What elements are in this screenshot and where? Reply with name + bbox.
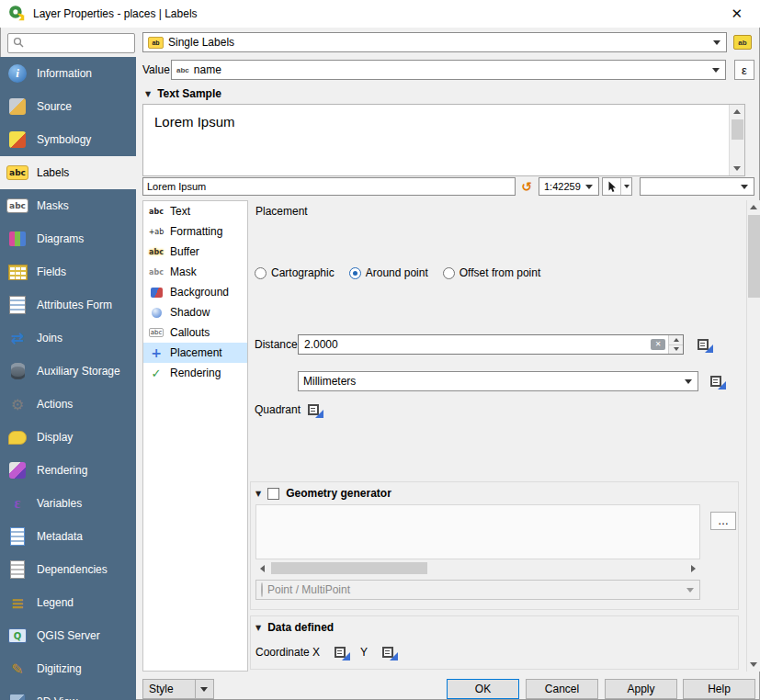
scroll-left-icon[interactable]	[255, 561, 269, 575]
scroll-down-icon[interactable]	[730, 162, 744, 175]
tab-background[interactable]: Background	[143, 282, 247, 302]
collapse-triangle-icon[interactable]: ▼	[255, 624, 261, 632]
coordinate-x-data-defined-button[interactable]	[328, 641, 352, 663]
geometry-generator-title: Geometry generator	[286, 487, 391, 500]
tab-label: Text	[170, 205, 190, 218]
sidebar-item-masks[interactable]: Masks	[0, 189, 136, 222]
sidebar-item-display[interactable]: Display	[0, 421, 136, 454]
placement-icon	[146, 344, 166, 361]
scroll-up-icon[interactable]	[730, 105, 744, 119]
tab-label: Background	[170, 286, 229, 299]
sidebar-item-diagrams[interactable]: Diagrams	[0, 222, 136, 255]
sample-scrollbar[interactable]	[729, 105, 744, 175]
sidebar-item-symbology[interactable]: Symbology	[0, 123, 136, 156]
panel-scrollbar[interactable]	[746, 200, 760, 672]
sidebar-item-label: Actions	[37, 398, 73, 411]
radio-cartographic[interactable]: Cartographic	[255, 266, 335, 279]
sidebar-item-attributes-form[interactable]: Attributes Form	[0, 288, 136, 322]
sidebar-item-label: Fields	[37, 265, 66, 278]
coordinate-y-data-defined-button[interactable]	[376, 641, 400, 663]
scroll-thumb[interactable]	[271, 562, 427, 574]
sidebar-item-label: QGIS Server	[37, 629, 100, 642]
ok-button[interactable]: OK	[447, 679, 519, 699]
help-button[interactable]: Help	[683, 679, 755, 699]
tab-text[interactable]: Text	[143, 201, 247, 221]
text-sample-header[interactable]: ▼ Text Sample	[145, 86, 221, 101]
scroll-track[interactable]	[747, 214, 760, 658]
sidebar-item-qgis-server[interactable]: QGIS Server	[0, 619, 136, 652]
cancel-button[interactable]: Cancel	[526, 679, 598, 699]
placement-mode-radios: CartographicAround pointOffset from poin…	[255, 265, 540, 281]
tab-formatting[interactable]: Formatting	[143, 221, 247, 242]
scroll-up-icon[interactable]	[747, 200, 760, 214]
scroll-track[interactable]	[269, 561, 686, 575]
automated-placement-button[interactable]	[730, 31, 755, 53]
quadrant-data-defined-button[interactable]	[301, 399, 325, 421]
sample-text-input[interactable]	[142, 177, 516, 196]
scroll-right-icon[interactable]	[686, 561, 700, 575]
sidebar-item-variables[interactable]: Variables	[0, 487, 136, 520]
sidebar-item-fields[interactable]: Fields	[0, 255, 136, 288]
sidebar-search[interactable]	[7, 33, 135, 53]
distance-input[interactable]: 2.0000 ✕	[298, 334, 684, 355]
shadow-icon	[146, 304, 166, 321]
chevron-down-icon	[713, 40, 720, 45]
geometry-generator-checkbox[interactable]	[267, 488, 279, 500]
tab-buffer[interactable]: Buffer	[143, 242, 247, 262]
chevron-down-icon[interactable]	[620, 178, 631, 195]
radio-around-point[interactable]: Around point	[349, 266, 428, 279]
apply-button[interactable]: Apply	[605, 679, 677, 699]
sidebar-item-joins[interactable]: Joins	[0, 322, 136, 355]
sidebar-item-auxiliary-storage[interactable]: Auxiliary Storage	[0, 355, 136, 388]
sidebar-item-information[interactable]: Information	[0, 57, 136, 90]
sidebar-item-3d-view[interactable]: 3D View	[0, 685, 136, 700]
buffer-icon	[146, 243, 166, 260]
distance-data-defined-button[interactable]	[691, 333, 715, 356]
mask-tab-icon	[146, 264, 166, 280]
radio-label: Around point	[366, 266, 428, 279]
sidebar-item-dependencies[interactable]: Dependencies	[0, 553, 136, 586]
sidebar-item-digitizing[interactable]: Digitizing	[0, 652, 136, 685]
radio-offset-from-point[interactable]: Offset from point	[443, 266, 540, 279]
sidebar-item-legend[interactable]: Legend	[0, 586, 136, 619]
scroll-thumb[interactable]	[732, 119, 743, 140]
spin-down-button[interactable]	[669, 344, 683, 355]
tab-shadow[interactable]: Shadow	[143, 302, 247, 322]
sidebar-item-rendering[interactable]: Rendering	[0, 454, 136, 487]
close-button[interactable]: ✕	[725, 6, 748, 23]
coordinate-y-label: Y	[360, 646, 368, 659]
scroll-down-icon[interactable]	[747, 658, 760, 672]
scroll-thumb[interactable]	[748, 215, 760, 298]
preview-scale-combo[interactable]: 1:42259	[539, 177, 599, 196]
map-canvas-preview-button[interactable]	[602, 177, 632, 196]
units-data-defined-button[interactable]	[704, 370, 728, 392]
chevron-down-icon	[712, 68, 720, 73]
tab-label: Callouts	[170, 326, 210, 339]
scroll-track[interactable]	[730, 119, 744, 162]
collapse-triangle-icon[interactable]: ▼	[255, 490, 261, 498]
sidebar-item-labels[interactable]: Labels	[0, 156, 136, 189]
style-menu-button[interactable]: Style	[142, 679, 214, 699]
expression-builder-button[interactable]: ε	[734, 60, 754, 80]
reset-sample-button[interactable]: ↺	[516, 177, 537, 196]
label-type-combo[interactable]: Single Labels	[142, 32, 727, 52]
sidebar-item-actions[interactable]: Actions	[0, 388, 136, 421]
tab-placement[interactable]: Placement	[143, 343, 247, 363]
search-input[interactable]	[28, 36, 130, 51]
coordinate-row: Coordinate X Y	[255, 640, 400, 664]
joins-icon	[6, 327, 28, 349]
value-field-combo[interactable]: abc name	[171, 60, 726, 80]
spin-up-button[interactable]	[669, 335, 683, 344]
sidebar-item-source[interactable]: Source	[0, 90, 136, 123]
expression-more-button[interactable]: …	[710, 512, 736, 530]
sidebar-item-label: Masks	[37, 199, 69, 212]
tab-rendering[interactable]: Rendering	[143, 363, 247, 383]
sidebar-item-metadata[interactable]: Metadata	[0, 520, 136, 553]
clear-icon[interactable]: ✕	[651, 339, 665, 350]
distance-units-combo[interactable]: Millimeters	[298, 371, 698, 391]
tab-mask[interactable]: Mask	[143, 262, 247, 282]
tab-callouts[interactable]: Callouts	[143, 322, 247, 343]
titlebar: Layer Properties - places | Labels ✕	[0, 0, 760, 28]
preview-background-combo[interactable]	[640, 177, 754, 196]
expression-hscrollbar[interactable]	[255, 561, 700, 575]
